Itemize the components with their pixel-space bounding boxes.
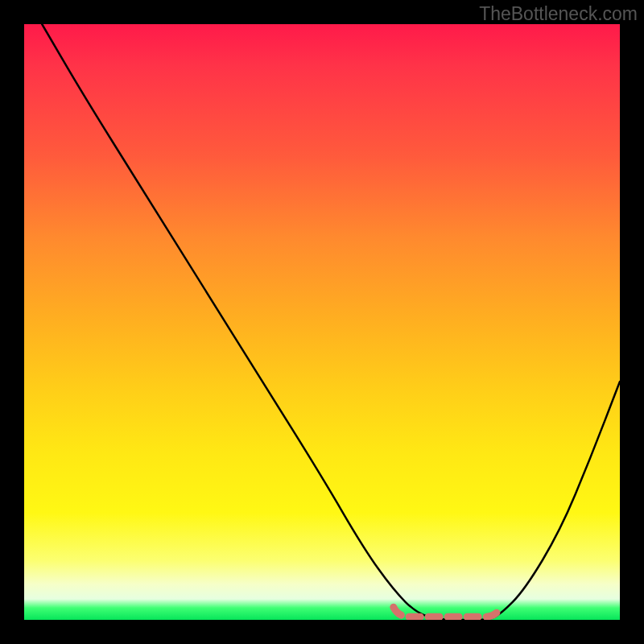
curve-svg xyxy=(24,24,620,620)
optimal-range-marker xyxy=(394,607,501,617)
watermark-text: TheBottleneck.com xyxy=(479,3,638,25)
bottleneck-curve xyxy=(42,24,620,620)
plot-area xyxy=(24,24,620,620)
chart-container: TheBottleneck.com xyxy=(0,0,644,644)
